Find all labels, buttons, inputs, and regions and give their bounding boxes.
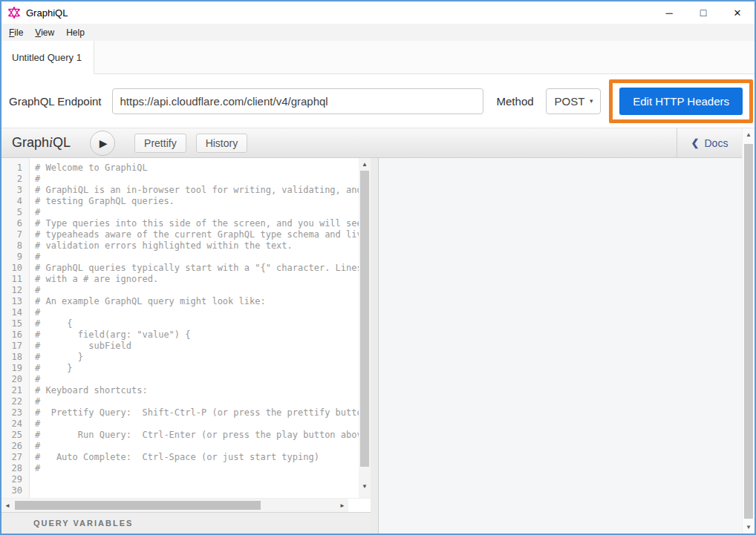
- code-line[interactable]: #: [35, 374, 359, 385]
- maximize-button[interactable]: □: [686, 1, 720, 24]
- scrollbar-corner: [348, 499, 371, 512]
- scroll-left-icon[interactable]: ◄: [1, 502, 13, 509]
- method-select[interactable]: POST ▾: [546, 88, 601, 114]
- title-bar: GraphiQL ─ □ ✕: [1, 1, 755, 24]
- scroll-down-icon[interactable]: ▼: [359, 480, 371, 492]
- code-line[interactable]: #: [35, 441, 359, 452]
- scroll-down-icon[interactable]: ▼: [743, 521, 755, 534]
- code-line[interactable]: # Auto Complete: Ctrl-Space (or just sta…: [35, 452, 359, 463]
- chevron-down-icon: ▾: [590, 97, 593, 105]
- annotation-highlight-box: Edit HTTP Headers: [609, 79, 753, 123]
- line-number: 21: [1, 385, 29, 396]
- line-number: 9: [1, 252, 29, 263]
- scroll-right-icon[interactable]: ►: [336, 502, 348, 509]
- pane-divider[interactable]: [371, 158, 379, 534]
- line-number: 8: [1, 240, 29, 252]
- query-variables-bar[interactable]: QUERY VARIABLES: [1, 512, 371, 534]
- code-line[interactable]: # }: [35, 352, 359, 363]
- line-number: 27: [1, 452, 29, 463]
- line-number: 28: [1, 463, 29, 474]
- line-number: 2: [1, 174, 29, 185]
- query-editor-pane: 1234567891011121314151617181920212223242…: [1, 158, 371, 534]
- tab-bar: Untitled Query 1: [1, 41, 755, 74]
- code-line[interactable]: # testing GraphQL queries.: [35, 196, 359, 207]
- code-line[interactable]: # typeaheads aware of the current GraphQ…: [35, 229, 359, 240]
- code-line[interactable]: # GraphiQL is an in-browser tool for wri…: [35, 185, 359, 196]
- edit-http-headers-button[interactable]: Edit HTTP Headers: [619, 88, 743, 115]
- line-number: 30: [1, 485, 29, 496]
- code-line[interactable]: # subField: [35, 341, 359, 352]
- line-number: 12: [1, 285, 29, 296]
- menu-view[interactable]: View: [29, 25, 60, 40]
- code-line[interactable]: # Type queries into this side of the scr…: [35, 218, 359, 229]
- code-line[interactable]: # GraphQL queries typically start with a…: [35, 263, 359, 274]
- prettify-button[interactable]: Prettify: [134, 134, 186, 153]
- editor-vertical-scrollbar[interactable]: ▲ ▼: [359, 158, 371, 498]
- query-variables-title: QUERY VARIABLES: [33, 519, 133, 528]
- line-number: 26: [1, 441, 29, 452]
- graphiql-section: GraphiQL ▶ Prettify History ❮ Docs 12345…: [1, 128, 755, 534]
- line-number: 19: [1, 363, 29, 374]
- scroll-up-icon[interactable]: ▲: [359, 158, 371, 170]
- menu-bar: File View Help: [1, 24, 755, 41]
- line-number: 5: [1, 207, 29, 218]
- line-number: 4: [1, 196, 29, 207]
- line-number: 1: [1, 163, 29, 174]
- window-controls: ─ □ ✕: [652, 1, 755, 24]
- panes: 1234567891011121314151617181920212223242…: [1, 158, 742, 534]
- line-number: 25: [1, 430, 29, 441]
- hscroll-track[interactable]: [13, 499, 336, 512]
- code-line[interactable]: #: [35, 419, 359, 430]
- menu-view-label: iew: [41, 27, 54, 38]
- line-number: 3: [1, 185, 29, 196]
- code-line[interactable]: # with a # are ignored.: [35, 274, 359, 285]
- docs-toggle[interactable]: ❮ Docs: [677, 128, 742, 157]
- menu-help-label: Help: [66, 27, 85, 38]
- code-line[interactable]: [35, 485, 359, 496]
- code-line[interactable]: # field(arg: "value") {: [35, 329, 359, 341]
- code-line[interactable]: #: [35, 307, 359, 318]
- code-line[interactable]: [35, 474, 359, 485]
- line-number: 10: [1, 263, 29, 274]
- code-line[interactable]: # {: [35, 318, 359, 329]
- code-line[interactable]: # Run Query: Ctrl-Enter (or press the pl…: [35, 430, 359, 441]
- editor-horizontal-scrollbar[interactable]: ◄ ►: [1, 498, 371, 512]
- code-line[interactable]: #: [35, 396, 359, 407]
- code-line[interactable]: # Prettify Query: Shift-Ctrl-P (or press…: [35, 407, 359, 419]
- code-line[interactable]: #: [35, 174, 359, 185]
- line-number: 29: [1, 474, 29, 485]
- endpoint-row: GraphQL Endpoint Method POST ▾ Edit HTTP…: [1, 74, 755, 128]
- scroll-up-icon[interactable]: ▲: [743, 128, 755, 141]
- code-line[interactable]: # Keyboard shortcuts:: [35, 385, 359, 396]
- line-number: 15: [1, 318, 29, 329]
- line-number: 24: [1, 419, 29, 430]
- graphiql-main: GraphiQL ▶ Prettify History ❮ Docs 12345…: [1, 128, 742, 534]
- endpoint-label: GraphQL Endpoint: [9, 95, 102, 108]
- execute-query-button[interactable]: ▶: [90, 131, 115, 156]
- code-lines[interactable]: # Welcome to GraphiQL## GraphiQL is an i…: [30, 158, 359, 498]
- code-line[interactable]: # validation errors highlighted within t…: [35, 240, 359, 252]
- code-line[interactable]: #: [35, 252, 359, 263]
- code-line[interactable]: # Welcome to GraphiQL: [35, 163, 359, 174]
- logo-pre: Graph: [12, 135, 49, 150]
- menu-file[interactable]: File: [3, 25, 29, 40]
- line-number: 11: [1, 274, 29, 285]
- code-line[interactable]: #: [35, 463, 359, 474]
- play-icon: ▶: [100, 138, 108, 148]
- code-line[interactable]: #: [35, 207, 359, 218]
- editor-hscroll-thumb[interactable]: [15, 501, 261, 510]
- endpoint-url-input[interactable]: [112, 88, 483, 114]
- window-vertical-scrollbar[interactable]: ▲ ▼: [742, 128, 755, 534]
- minimize-button[interactable]: ─: [652, 1, 686, 24]
- menu-help[interactable]: Help: [60, 25, 91, 40]
- line-number: 6: [1, 218, 29, 229]
- code-line[interactable]: # }: [35, 363, 359, 374]
- code-line[interactable]: #: [35, 285, 359, 296]
- line-number: 23: [1, 407, 29, 419]
- tab-untitled-query-1[interactable]: Untitled Query 1: [1, 41, 94, 74]
- history-button[interactable]: History: [196, 134, 248, 153]
- editor-vscroll-thumb[interactable]: [360, 171, 369, 467]
- window-vscroll-thumb[interactable]: [744, 144, 753, 519]
- code-line[interactable]: # An example GraphQL query might look li…: [35, 296, 359, 307]
- close-button[interactable]: ✕: [720, 1, 755, 24]
